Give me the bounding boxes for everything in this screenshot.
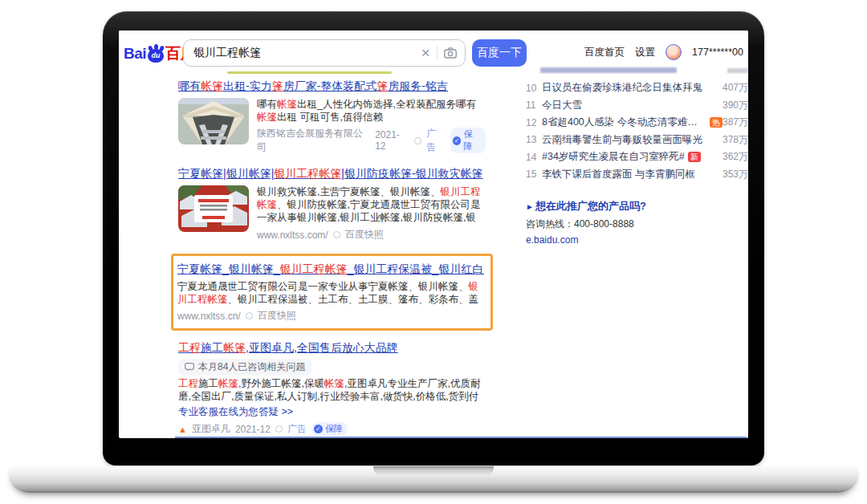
hot-item-12[interactable]: 12 8省超400人感染 今冬动态清零难度大 热 387万: [526, 114, 748, 132]
hot-badge-icon: 热: [710, 117, 722, 128]
hot-rank: 15: [526, 169, 542, 180]
header-links: 百度首页 设置 177******00: [584, 44, 743, 60]
clear-icon[interactable]: ✕: [417, 47, 437, 59]
settings-link[interactable]: 设置: [635, 46, 655, 59]
promo-block: ►想在此推广您的产品吗? 咨询热线：400-800-8888 e.baidu.c…: [526, 199, 748, 246]
logo-text-bai: Bai: [124, 45, 146, 63]
result-source: 陕西铭吉会展服务有限公司: [257, 127, 370, 154]
search-result-1: 哪有帐篷出租-实力篷房厂家-整体装配式篷房服务-铭吉: [178, 79, 486, 154]
hot-title: 今日大雪: [542, 99, 582, 112]
hot-item-15[interactable]: 15 李铁下课后首度露面 与李霄鹏同框 353万: [526, 166, 748, 184]
check-icon: ✓: [314, 425, 323, 433]
hot-item-10[interactable]: 10 日议员在偷袭珍珠港纪念日集体拜鬼 407万: [526, 79, 748, 97]
result-title-link[interactable]: 工程施工帐篷,亚图卓凡,全国售后放心大品牌: [178, 340, 486, 356]
highlight-annotation-box: 宁夏帐篷_银川帐篷_银川工程帐篷_银川工程保温被_银川红白... 宁夏龙通晟世工…: [171, 254, 493, 331]
new-badge-icon: 新: [688, 152, 701, 162]
hot-title: #34岁研究生凌晨在自习室猝死#: [542, 150, 685, 164]
search-button[interactable]: 百度一下: [472, 39, 527, 67]
result-thumbnail-tent-interior[interactable]: [178, 98, 249, 144]
browser-screen: Bai du 百度 ✕ 百度一下: [119, 30, 748, 438]
hot-rank: 14: [526, 152, 542, 163]
result-title-link[interactable]: 宁夏帐篷_银川帐篷_银川工程帐篷_银川工程保温被_银川红白...: [177, 262, 484, 277]
hot-item-11[interactable]: 11 今日大雪 390万: [526, 97, 748, 115]
hot-item-13[interactable]: 13 云南缉毒警生前与毒贩较量画面曝光 378万: [526, 132, 748, 149]
baidu-paw-icon: du: [147, 45, 165, 63]
clipped-element-top: [227, 71, 392, 74]
result-title-link[interactable]: 哪有帐篷出租-实力篷房厂家-整体装配式篷房服务-铭吉: [178, 79, 486, 94]
result-source-row: ▲ 亚图卓凡 2021-12 广告 ✓ 保障: [178, 422, 486, 436]
result-title-link[interactable]: 宁夏帐篷|银川帐篷|银川工程帐篷|银川防疫帐篷-银川救灾帐篷: [178, 166, 486, 181]
hot-title: 李铁下课后首度露面 与李霄鹏同框: [542, 168, 695, 181]
result-source-row: www.nxltss.cn/ 百度快照: [177, 309, 484, 323]
result-url: www.nxltss.com/: [257, 230, 328, 241]
laptop-lid-notch: [373, 466, 494, 477]
promo-headline[interactable]: ►想在此推广您的产品吗?: [526, 199, 748, 213]
eval-circle-icon[interactable]: [333, 231, 340, 238]
result-url: www.nxltss.cn/: [177, 311, 241, 322]
hot-item-clipped: [526, 66, 748, 73]
search-input[interactable]: [184, 47, 417, 59]
eval-circle-icon[interactable]: [414, 137, 421, 144]
result-date: 2021-12: [375, 129, 409, 152]
result-date: 2021-12: [235, 424, 271, 435]
promo-hotline: 咨询热线：400-800-8888: [526, 217, 748, 231]
result-source: 亚图卓凡: [192, 422, 230, 436]
search-result-4: 工程施工帐篷,亚图卓凡,全国售后放心大品牌 本月84人已咨询相关问题 工程施工帐…: [178, 340, 486, 436]
promo-arrow-icon: ►: [526, 202, 534, 211]
hot-title: 日议员在偷袭珍珠港纪念日集体拜鬼: [542, 81, 702, 95]
ad-label: 广告: [287, 422, 307, 436]
cta-link[interactable]: 专业客服在线为您答疑 >>: [178, 405, 486, 419]
hot-title: 8省超400人感染 今冬动态清零难度大: [542, 116, 706, 129]
check-icon: ✓: [453, 136, 462, 145]
hot-count: 407万: [722, 81, 748, 95]
ad-label: 广告: [426, 127, 446, 154]
promo-site-link[interactable]: e.baidu.com: [526, 234, 748, 246]
snapshot-link[interactable]: 百度快照: [345, 228, 384, 242]
result-description: 工程施工帐篷,野外施工帐篷,保暖帐篷,亚图卓凡专业生产厂家,优质耐磨,全国出厂,…: [178, 377, 486, 403]
snapshot-link[interactable]: 百度快照: [258, 309, 296, 323]
eval-circle-icon[interactable]: [246, 312, 253, 319]
hot-item-14[interactable]: 14 #34岁研究生凌晨在自习室猝死# 新 362万: [526, 148, 748, 166]
guarantee-badge[interactable]: ✓ 保障: [311, 422, 348, 436]
hot-search-sidebar: 10 日议员在偷袭珍珠港纪念日集体拜鬼 407万 11 今日大雪 390万 12…: [526, 66, 748, 246]
result-description: 哪有帐篷出租_人性化内饰选择,全程装配服务哪有帐篷出租 可租可售,值得信赖: [257, 98, 486, 124]
account-id: 177******00: [692, 47, 743, 58]
search-result-2: 宁夏帐篷|银川帐篷|银川工程帐篷|银川防疫帐篷-银川救灾帐篷: [178, 166, 486, 242]
hot-count: 387万: [722, 116, 748, 129]
result-thumbnail-red-tents[interactable]: [178, 185, 249, 232]
home-link[interactable]: 百度首页: [584, 46, 625, 59]
hot-title: 云南缉毒警生前与毒贩较量画面曝光: [542, 133, 702, 147]
baidu-header: Bai du 百度 ✕ 百度一下: [119, 30, 748, 71]
guarantee-badge[interactable]: ✓ 保障: [450, 128, 486, 153]
chat-icon: [185, 363, 194, 372]
hot-rank: 12: [526, 117, 542, 128]
clipped-element-bottom: [175, 437, 747, 438]
camera-icon[interactable]: [438, 47, 465, 59]
hot-count: 378万: [722, 133, 748, 147]
result-source-row: 陕西铭吉会展服务有限公司 2021-12 广告 ✓ 保障: [257, 127, 486, 154]
consult-pill[interactable]: 本月84人已咨询相关问题: [178, 359, 311, 376]
result-source-row: www.nxltss.com/ 百度快照: [257, 228, 486, 242]
search-result-3: 宁夏帐篷_银川帐篷_银川工程帐篷_银川工程保温被_银川红白... 宁夏龙通晟世工…: [177, 262, 484, 323]
result-description: 宁夏龙通晟世工贸有限公司是一家专业从事宁夏帐篷、银川帐篷、银川工程帐篷、银川工程…: [177, 280, 484, 306]
search-box: ✕: [183, 39, 466, 67]
results-column: 哪有帐篷出租-实力篷房厂家-整体装配式篷房服务-铭吉: [178, 79, 486, 438]
logo-text-du: du: [147, 51, 165, 59]
eval-circle-icon[interactable]: [275, 425, 283, 433]
hot-count: 353万: [722, 168, 748, 181]
result-description: 银川救灾帐篷,主营宁夏帐篷、银川帐篷、银川工程帐篷、银川防疫帐篷,宁夏龙通晟世工…: [257, 185, 486, 225]
avatar[interactable]: [666, 44, 682, 60]
hot-count: 390万: [722, 99, 748, 112]
hot-count: 362万: [722, 150, 748, 164]
hot-rank: 11: [526, 100, 542, 111]
page: Bai du 百度 ✕ 百度一下: [0, 0, 867, 504]
favicon-triangle-icon: ▲: [178, 425, 187, 434]
hot-rank: 10: [526, 83, 542, 94]
hot-rank: 13: [526, 134, 542, 145]
